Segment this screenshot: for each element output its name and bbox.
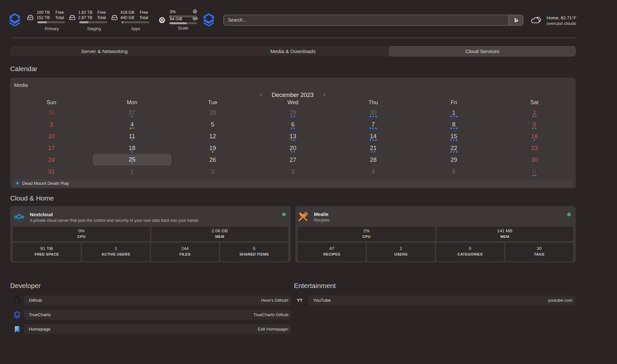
- svg-text:Nextcloud: Nextcloud: [16, 220, 23, 222]
